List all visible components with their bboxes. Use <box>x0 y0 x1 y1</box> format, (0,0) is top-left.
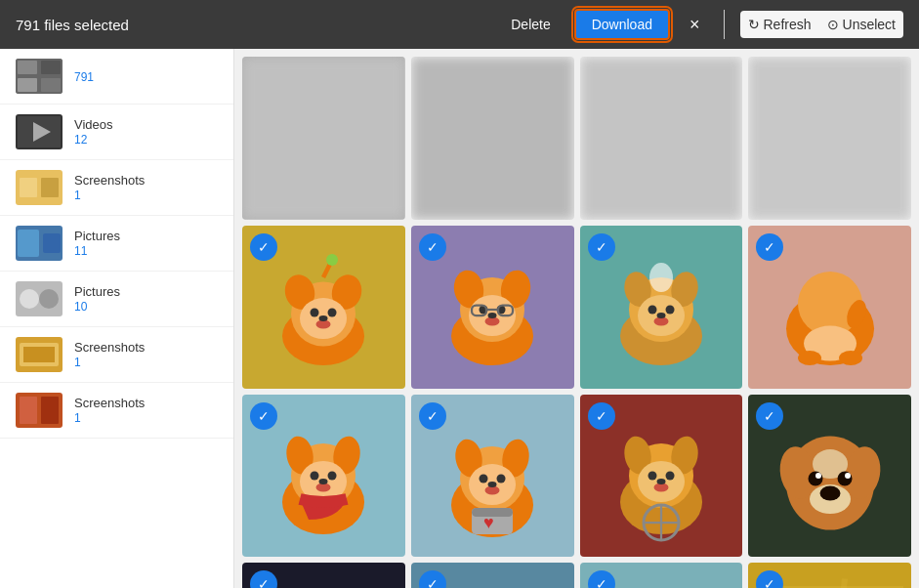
unselect-label: Unselect <box>843 17 896 32</box>
sidebar-info-screenshots-1: Screenshots 1 <box>74 173 145 202</box>
sidebar-thumb-videos <box>16 114 63 149</box>
sidebar-info-screenshots-2: Screenshots 1 <box>74 340 145 369</box>
right-actions: ↻ Refresh ⊙ Unselect <box>740 11 904 38</box>
check-overlay-1-3: ✓ <box>756 233 783 261</box>
sidebar-name-pictures-10: Pictures <box>74 284 120 299</box>
sidebar-thumb-pictures-11 <box>16 226 63 261</box>
sidebar-count-screenshots-3: 1 <box>74 411 145 425</box>
sidebar-count-videos: 12 <box>74 133 113 147</box>
sidebar-thumb-screenshots-1 <box>16 170 63 205</box>
sidebar-item-screenshots-3[interactable]: Screenshots 1 <box>0 383 233 439</box>
svg-point-78 <box>497 474 506 483</box>
sidebar-item-pictures-11[interactable]: Pictures 11 <box>0 216 233 272</box>
grid-item-1-1[interactable]: ✓ <box>411 226 574 389</box>
image-grid: ✓ <box>242 57 911 588</box>
check-overlay-3-2: ✓ <box>588 570 615 588</box>
sidebar-info-screenshots-3: Screenshots 1 <box>74 396 145 425</box>
unselect-icon: ⊙ <box>827 17 839 32</box>
sidebar-name-screenshots-2: Screenshots <box>74 340 145 355</box>
check-overlay-1-0: ✓ <box>250 233 277 261</box>
svg-point-30 <box>328 309 337 317</box>
sidebar-name-screenshots-3: Screenshots <box>74 396 145 410</box>
sidebar-item-screenshots-1[interactable]: Screenshots 1 <box>0 160 233 216</box>
sidebar-count-all: 791 <box>74 70 94 84</box>
sidebar-info-videos: Videos 12 <box>74 117 113 147</box>
grid-item-2-2[interactable]: ✓ <box>580 395 743 558</box>
sidebar-info-all: 791 <box>74 69 94 84</box>
svg-point-68 <box>311 471 319 480</box>
check-overlay-2-0: ✓ <box>250 402 277 430</box>
grid-item-3-3[interactable]: 100% FINE GOLD ✓ <box>748 563 911 588</box>
svg-rect-9 <box>20 178 37 197</box>
svg-point-15 <box>20 289 39 309</box>
sidebar-thumb-screenshots-2 <box>16 337 63 372</box>
sidebar-item-videos[interactable]: Videos 12 <box>0 105 233 160</box>
grid-item-3-1[interactable]: ✓ <box>411 563 574 588</box>
sidebar-count-screenshots-2: 1 <box>74 356 145 369</box>
grid-item-2-3[interactable]: ✓ <box>748 395 911 558</box>
sidebar-info-pictures-11: Pictures 11 <box>74 229 120 258</box>
refresh-button[interactable]: ↻ Refresh <box>740 11 819 38</box>
grid-item-2-1[interactable]: ♥ ✓ <box>411 395 574 558</box>
grid-item-1-2[interactable]: ✓ <box>580 226 743 389</box>
svg-rect-19 <box>23 347 55 362</box>
grid-item-3-0[interactable]: ✓ <box>242 563 405 588</box>
svg-point-80 <box>488 482 497 487</box>
selected-count-label: 791 files selected <box>16 17 487 33</box>
svg-rect-1 <box>18 61 37 74</box>
sidebar-count-pictures-11: 11 <box>74 244 120 258</box>
svg-point-71 <box>319 479 328 484</box>
top-bar: 791 files selected Delete Download × ↻ R… <box>0 0 919 49</box>
refresh-label: Refresh <box>764 17 812 32</box>
check-overlay-3-1: ✓ <box>419 570 446 588</box>
svg-rect-13 <box>43 233 61 253</box>
grid-item-0-3[interactable] <box>748 57 911 220</box>
check-overlay-1-1: ✓ <box>419 233 446 261</box>
sidebar-item-pictures-10[interactable]: Pictures 10 <box>0 272 233 327</box>
svg-point-101 <box>837 471 852 485</box>
svg-point-55 <box>656 313 665 318</box>
svg-rect-10 <box>41 178 59 197</box>
svg-point-52 <box>647 306 656 315</box>
grid-item-0-0[interactable] <box>242 57 405 220</box>
svg-rect-22 <box>41 397 59 424</box>
svg-point-61 <box>798 351 821 365</box>
grid-item-2-0[interactable]: ✓ <box>242 395 405 558</box>
sidebar-item-screenshots-2[interactable]: Screenshots 1 <box>0 327 233 383</box>
close-button[interactable]: × <box>682 11 708 39</box>
delete-button[interactable]: Delete <box>499 11 562 38</box>
svg-point-103 <box>845 473 851 479</box>
svg-rect-2 <box>41 61 61 74</box>
svg-point-90 <box>665 471 674 480</box>
svg-point-100 <box>808 471 822 485</box>
sidebar-count-screenshots-1: 1 <box>74 189 145 202</box>
svg-rect-4 <box>41 78 61 92</box>
svg-point-69 <box>328 471 337 480</box>
check-overlay-1-2: ✓ <box>588 233 615 261</box>
sidebar-name-screenshots-1: Screenshots <box>74 173 145 188</box>
grid-item-0-2[interactable] <box>580 57 743 220</box>
sidebar-item-all[interactable]: 791 <box>0 49 233 105</box>
svg-point-89 <box>647 471 656 480</box>
grid-item-1-0[interactable]: ✓ <box>242 226 405 389</box>
download-button[interactable]: Download <box>574 9 670 40</box>
svg-rect-21 <box>20 397 37 424</box>
sidebar-info-pictures-10: Pictures 10 <box>74 284 120 314</box>
svg-rect-12 <box>18 230 39 257</box>
main-layout: 791 Videos 12 <box>0 49 919 588</box>
svg-point-53 <box>665 306 674 315</box>
unselect-button[interactable]: ⊙ Unselect <box>819 11 903 38</box>
grid-item-3-2[interactable]: ✓ <box>580 563 743 588</box>
svg-point-92 <box>656 479 665 484</box>
grid-item-0-1[interactable] <box>411 57 574 220</box>
svg-point-106 <box>819 485 840 500</box>
grid-item-1-3[interactable]: ✓ <box>748 226 911 389</box>
sidebar-name-videos: Videos <box>74 117 113 132</box>
sidebar-thumb-pictures-10 <box>16 281 63 316</box>
svg-point-62 <box>839 351 862 365</box>
svg-point-16 <box>39 289 59 309</box>
sidebar-thumb-all <box>16 59 63 94</box>
sidebar: 791 Videos 12 <box>0 49 234 588</box>
svg-point-29 <box>311 309 319 317</box>
check-overlay-2-2: ✓ <box>588 402 615 430</box>
